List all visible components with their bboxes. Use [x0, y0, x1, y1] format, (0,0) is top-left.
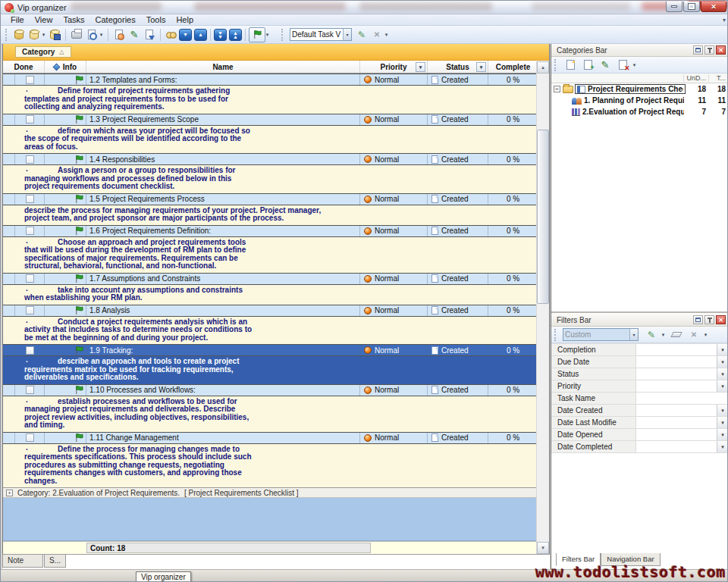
task-row[interactable]: 1.8 Analysis Normal Created 0 % — [3, 305, 538, 317]
scroll-down-button[interactable]: ▾ — [537, 542, 549, 554]
move-bottom-button[interactable]: ▼▼ — [214, 29, 227, 41]
save-button[interactable] — [47, 27, 62, 42]
undock-panel-button[interactable] — [693, 315, 703, 324]
categories-overflow-icon[interactable]: ▾ — [631, 62, 638, 68]
delete-category-button[interactable]: ✕ — [615, 58, 630, 73]
menu-item[interactable]: Tasks — [58, 15, 89, 24]
filter-dropdown-button[interactable]: ▾ — [717, 344, 728, 355]
task-row[interactable]: 1.3 Project Requirements Scope Normal Cr… — [3, 114, 538, 126]
combobox-dropdown-icon[interactable]: ▾ — [629, 329, 638, 340]
status-filter-button[interactable]: ▾ — [476, 62, 486, 72]
menu-item[interactable]: Help — [171, 15, 199, 24]
menu-item[interactable]: Categories — [90, 15, 141, 24]
done-checkbox[interactable] — [26, 346, 34, 355]
close-panel-button[interactable]: ✕ — [716, 45, 726, 55]
save-filter-dropdown-icon[interactable]: ▾ — [660, 332, 667, 338]
menu-item[interactable]: Tools — [141, 15, 171, 24]
category-tree-item[interactable]: − 2.Evaluation of Project Requir 7 7 — [551, 106, 728, 117]
filter-value-field[interactable] — [636, 405, 717, 416]
delete-task-button[interactable] — [142, 27, 157, 42]
pin-panel-button[interactable] — [704, 315, 714, 324]
filter-dropdown-button[interactable]: ▾ — [717, 405, 728, 416]
task-view-combobox[interactable]: Default Task V ▾ — [290, 28, 352, 41]
filter-preset-combobox[interactable]: Custom ▾ — [563, 328, 639, 341]
filter-value-field[interactable] — [636, 429, 717, 440]
expand-group-icon[interactable]: + — [6, 490, 13, 496]
task-description-row[interactable]: · take into account any assumptions and … — [3, 285, 538, 305]
close-panel-button[interactable]: ✕ — [716, 315, 726, 324]
task-description-row[interactable]: · Choose an approach and project require… — [3, 237, 538, 273]
done-checkbox[interactable] — [26, 386, 34, 394]
column-header-priority[interactable]: Priority ▾ — [360, 61, 428, 73]
task-description-row[interactable]: · define on which areas your project wil… — [3, 126, 538, 154]
menu-overflow-icon[interactable]: ▾ — [723, 17, 726, 23]
print-button[interactable] — [69, 27, 84, 42]
combobox-dropdown-icon[interactable]: ▾ — [343, 29, 351, 40]
remove-filter-button[interactable]: ✕ — [686, 327, 701, 343]
done-checkbox[interactable] — [26, 227, 34, 235]
task-description-row[interactable]: · Assign a person or a group to responsi… — [3, 165, 538, 193]
task-row[interactable]: 1.4 Responsibilities Normal Created 0 % — [3, 153, 538, 165]
apply-view-button[interactable]: ✎ — [354, 27, 369, 42]
tab-more[interactable]: S... — [44, 555, 66, 568]
filter-value-field[interactable] — [636, 380, 717, 392]
done-checkbox[interactable] — [26, 274, 34, 283]
print-preview-button[interactable] — [84, 27, 99, 42]
done-checkbox[interactable] — [26, 115, 34, 124]
flag-filter-toggle[interactable] — [249, 27, 265, 42]
task-description-row[interactable]: · Define format of project requirements … — [3, 86, 538, 114]
view-button[interactable] — [164, 27, 179, 42]
new-task-button[interactable] — [11, 27, 27, 42]
priority-filter-button[interactable]: ▾ — [416, 62, 425, 72]
column-header-complete[interactable]: Complete — [488, 61, 538, 73]
task-row[interactable]: 1.5 Project Requirements Process Normal … — [3, 193, 538, 205]
task-row[interactable]: 1.2 Templates and Forms: Normal Created … — [3, 74, 538, 86]
group-by-category-chip[interactable]: Category △ — [15, 46, 71, 58]
filters-overflow-icon[interactable]: ▾ — [702, 332, 709, 338]
column-header-info[interactable]: Info — [45, 61, 86, 73]
task-description-row[interactable]: · Conduct a project requirements analysi… — [3, 317, 538, 345]
menu-item[interactable]: File — [5, 15, 30, 24]
done-checkbox[interactable] — [26, 195, 34, 203]
new-item-button[interactable] — [27, 27, 42, 42]
task-row[interactable]: 1.6 Project Requirements Definition: Nor… — [3, 225, 538, 237]
collapsed-group-row[interactable]: + Category: 2.Evaluation of Project Requ… — [3, 487, 538, 498]
filter-dropdown-button[interactable]: ▾ — [717, 441, 728, 452]
collapse-icon[interactable]: − — [554, 86, 560, 92]
done-checkbox[interactable] — [26, 433, 34, 442]
minimize-button[interactable] — [666, 2, 682, 12]
task-description-row[interactable]: describe the process for managing requir… — [3, 205, 538, 225]
close-button[interactable]: ✕ — [701, 2, 726, 12]
filter-value-field[interactable] — [636, 356, 717, 368]
vertical-scrollbar[interactable]: ▴ ▾ — [536, 61, 549, 554]
move-up-button[interactable]: ▲ — [194, 29, 207, 41]
task-row[interactable]: 1.9 Tracking: Normal Created 0 % — [3, 344, 538, 356]
save-filter-button[interactable]: ✎ — [644, 327, 659, 343]
filter-dropdown-button[interactable]: ▾ — [717, 429, 728, 440]
scrollbar-thumb[interactable] — [537, 130, 549, 304]
total-column-header[interactable]: T... — [708, 74, 728, 82]
column-header-status[interactable]: Status ▾ — [428, 61, 488, 73]
filter-dropdown-button[interactable]: ▾ — [717, 380, 728, 392]
done-checkbox[interactable] — [26, 76, 34, 84]
scroll-up-button[interactable]: ▴ — [537, 61, 549, 74]
done-checkbox[interactable] — [26, 306, 34, 314]
filter-value-field[interactable] — [636, 368, 717, 380]
add-subcategory-button[interactable]: + — [580, 58, 595, 73]
filter-dropdown-button[interactable]: ▾ — [717, 368, 728, 380]
done-checkbox[interactable] — [26, 155, 34, 164]
edit-category-button[interactable]: ✎ — [598, 58, 613, 73]
clear-view-button[interactable]: ✕ — [369, 27, 384, 42]
task-row[interactable]: 1.7 Assumptions and Constraints Normal C… — [3, 273, 538, 285]
category-tree-item[interactable]: − 1. Planning of Project Require 11 11 — [551, 95, 728, 106]
filter-value-field[interactable] — [636, 441, 717, 452]
undock-panel-button[interactable] — [693, 45, 703, 55]
maximize-button[interactable] — [683, 2, 700, 12]
task-description-row[interactable]: · Define the process for managing change… — [3, 444, 538, 488]
filter-value-field[interactable] — [636, 344, 717, 355]
filter-dropdown-button[interactable]: ▾ — [717, 356, 728, 368]
clear-filter-button[interactable] — [669, 327, 684, 343]
column-header-done[interactable]: Done — [3, 61, 45, 73]
edit-task-button[interactable]: ✎ — [127, 27, 142, 42]
task-row[interactable]: 1.10 Processes and Workflows: Normal Cre… — [3, 384, 538, 396]
